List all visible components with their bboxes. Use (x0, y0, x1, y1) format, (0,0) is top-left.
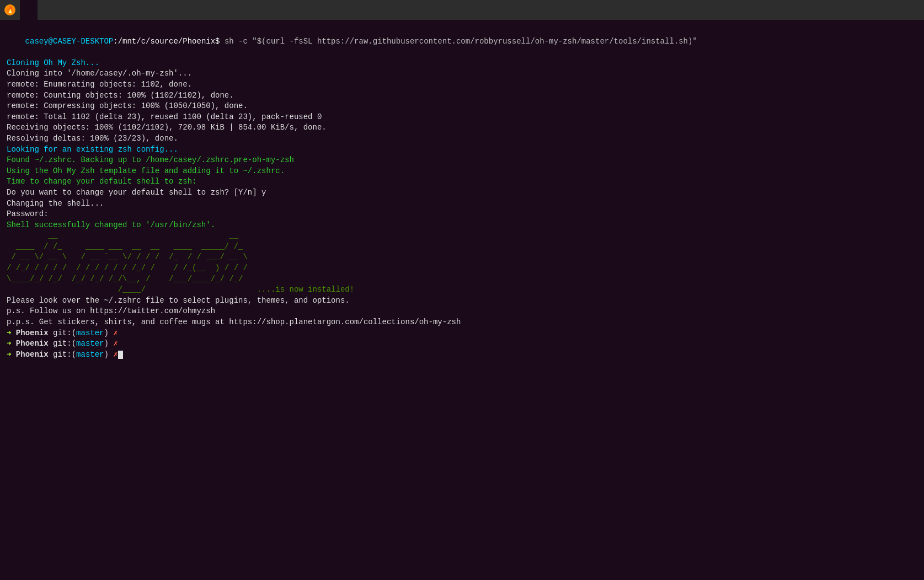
terminal-line: Please look over the ~/.zshrc file to se… (7, 296, 917, 307)
terminal-line: Password: (7, 209, 917, 220)
close-button[interactable] (894, 0, 920, 20)
terminal-line: / __ \/ __ \ / __ `__ \/ / / / /_ / / __… (7, 252, 917, 263)
command-text: sh -c "$(curl -fsSL https://raw.githubus… (220, 37, 697, 46)
terminal-line: remote: Enumerating objects: 1102, done. (7, 79, 917, 90)
terminal-line: Changing the shell... (7, 198, 917, 210)
terminal-line: remote: Total 1102 (delta 23), reused 11… (7, 112, 917, 123)
terminal-line: remote: Compressing objects: 100% (1050/… (7, 101, 917, 112)
app-icon: 🔥 (4, 4, 15, 15)
terminal-line: Resolving deltas: 100% (23/23), done. (7, 133, 917, 144)
zsh-prompt-line: ➜ Phoenix git:(master) ✗ (7, 350, 917, 361)
zsh-prompt-line: ➜ Phoenix git:(master) ✗ (7, 339, 917, 350)
terminal-line: remote: Counting objects: 100% (1102/110… (7, 90, 917, 101)
terminal-line: Time to change your default shell to zsh… (7, 176, 917, 187)
command-line: casey@CASEY-DESKTOP:/mnt/c/source/Phoeni… (7, 25, 917, 58)
minimize-button[interactable] (843, 0, 869, 20)
terminal-line: Found ~/.zshrc. Backing up to /home/case… (7, 155, 917, 166)
maximize-button[interactable] (869, 0, 894, 20)
terminal-line: p.p.s. Get stickers, shirts, and coffee … (7, 317, 917, 328)
terminal-line: __ __ (7, 230, 917, 241)
terminal[interactable]: casey@CASEY-DESKTOP:/mnt/c/source/Phoeni… (0, 20, 924, 580)
terminal-line: Do you want to change your default shell… (7, 187, 917, 198)
terminal-line: Cloning into '/home/casey/.oh-my-zsh'... (7, 68, 917, 79)
prompt-user: casey@CASEY-DESKTOP (25, 37, 114, 46)
tab[interactable] (20, 0, 38, 20)
terminal-line: Using the Oh My Zsh template file and ad… (7, 166, 917, 177)
terminal-line: Shell successfully changed to '/usr/bin/… (7, 220, 917, 231)
title-bar: 🔥 (0, 0, 924, 20)
terminal-line: p.s. Follow us on https://twitter.com/oh… (7, 306, 917, 317)
terminal-line: Receiving objects: 100% (1102/1102), 720… (7, 122, 917, 133)
prompt-path: :/mnt/c/source/Phoenix$ (113, 37, 220, 46)
terminal-line: ____ / /_ ____ ___ __ __ ____ _____/ /_ (7, 241, 917, 253)
window-controls (843, 0, 920, 20)
terminal-line: \____/_/ /_/ /_/ /_/ /_/\__, / /___/____… (7, 274, 917, 285)
terminal-line: / /_/ / / / / / / / / / / /_/ / / /_(__ … (7, 263, 917, 274)
terminal-line: Cloning Oh My Zsh... (7, 58, 917, 69)
zsh-prompt-line: ➜ Phoenix git:(master) ✗ (7, 328, 917, 339)
terminal-line: Looking for an existing zsh config... (7, 144, 917, 155)
terminal-line: /____/ ....is now installed! (7, 284, 917, 296)
